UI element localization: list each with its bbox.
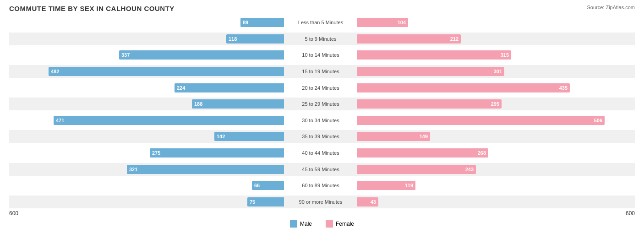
female-legend-label: Female bbox=[336, 221, 354, 227]
legend: Male Female bbox=[9, 220, 635, 228]
female-value-inside: 315 bbox=[501, 52, 509, 58]
row-label: 5 to 9 Minutes bbox=[284, 36, 357, 42]
male-bar: 471 bbox=[54, 116, 284, 125]
legend-female: Female bbox=[326, 220, 354, 228]
right-bar-container: 104 bbox=[357, 16, 632, 29]
left-bar-container: 471 bbox=[9, 114, 284, 127]
left-bar-container: 224 bbox=[9, 81, 284, 94]
chart-container: COMMUTE TIME BY SEX IN CALHOUN COUNTY So… bbox=[0, 0, 644, 239]
chart-title: COMMUTE TIME BY SEX IN CALHOUN COUNTY bbox=[9, 5, 635, 12]
left-bar-container: 482 bbox=[9, 65, 284, 78]
right-bar-container: 506 bbox=[357, 114, 632, 127]
male-value-inside: 224 bbox=[177, 85, 185, 91]
table-row: 7590 or more Minutes43 bbox=[9, 196, 635, 208]
table-row: 1185 to 9 Minutes212 bbox=[9, 33, 635, 45]
axis-labels: 600 600 bbox=[9, 210, 635, 217]
male-legend-label: Male bbox=[300, 221, 312, 227]
male-bar: 275 bbox=[150, 148, 284, 158]
axis-right: 600 bbox=[626, 210, 635, 217]
right-bar-container: 301 bbox=[357, 65, 632, 78]
male-legend-box bbox=[290, 220, 297, 228]
left-bar-container: 75 bbox=[9, 196, 284, 208]
female-value-inside: 43 bbox=[371, 199, 376, 205]
right-bar-container: 295 bbox=[357, 98, 632, 110]
left-bar-container: 275 bbox=[9, 147, 284, 159]
left-bar-container: 118 bbox=[9, 33, 284, 45]
male-value-inside: 188 bbox=[194, 101, 202, 107]
legend-male: Male bbox=[290, 220, 312, 228]
male-bar: 482 bbox=[49, 67, 284, 76]
male-bar: 118 bbox=[226, 34, 284, 43]
table-row: 6660 to 89 Minutes119 bbox=[9, 179, 635, 192]
right-bar-container: 119 bbox=[357, 179, 632, 192]
male-value-inside: 321 bbox=[129, 167, 137, 172]
male-bar: 66 bbox=[252, 181, 284, 190]
right-bar-container: 149 bbox=[357, 130, 632, 143]
female-bar: 243 bbox=[357, 165, 476, 174]
source-text: Source: ZipAtlas.com bbox=[587, 5, 635, 10]
right-bar-container: 212 bbox=[357, 33, 632, 45]
row-label: 30 to 34 Minutes bbox=[284, 118, 357, 123]
table-row: 18825 to 29 Minutes295 bbox=[9, 98, 635, 110]
row-label: 20 to 24 Minutes bbox=[284, 85, 357, 91]
female-value-inside: 295 bbox=[491, 101, 499, 107]
row-label: 15 to 19 Minutes bbox=[284, 69, 357, 74]
male-bar: 337 bbox=[119, 50, 284, 60]
row-label: Less than 5 Minutes bbox=[284, 20, 357, 25]
right-bar-container: 268 bbox=[357, 147, 632, 159]
female-value-inside: 506 bbox=[594, 118, 602, 123]
left-bar-container: 337 bbox=[9, 49, 284, 61]
female-value-inside: 104 bbox=[398, 20, 406, 25]
row-label: 10 to 14 Minutes bbox=[284, 52, 357, 58]
female-bar: 268 bbox=[357, 148, 488, 158]
table-row: 14235 to 39 Minutes149 bbox=[9, 130, 635, 143]
male-bar: 321 bbox=[127, 165, 284, 174]
female-value-inside: 301 bbox=[494, 69, 502, 74]
female-bar: 212 bbox=[357, 34, 461, 43]
table-row: 48215 to 19 Minutes301 bbox=[9, 65, 635, 78]
male-value-inside: 482 bbox=[51, 69, 59, 74]
female-bar: 301 bbox=[357, 67, 504, 76]
female-legend-box bbox=[326, 220, 333, 228]
female-bar: 43 bbox=[357, 197, 378, 206]
row-label: 40 to 44 Minutes bbox=[284, 150, 357, 156]
table-row: 27540 to 44 Minutes268 bbox=[9, 147, 635, 159]
right-bar-container: 435 bbox=[357, 81, 632, 94]
female-value-inside: 435 bbox=[559, 85, 568, 91]
row-label: 35 to 39 Minutes bbox=[284, 134, 357, 139]
table-row: 47130 to 34 Minutes506 bbox=[9, 114, 635, 127]
male-bar: 224 bbox=[175, 83, 284, 92]
left-bar-container: 188 bbox=[9, 98, 284, 110]
table-row: 33710 to 14 Minutes315 bbox=[9, 49, 635, 61]
female-bar: 149 bbox=[357, 132, 430, 141]
female-bar: 119 bbox=[357, 181, 415, 190]
female-value-inside: 212 bbox=[450, 36, 458, 42]
female-bar: 315 bbox=[357, 50, 511, 60]
female-value-inside: 243 bbox=[465, 167, 474, 172]
right-bar-container: 315 bbox=[357, 49, 632, 61]
female-value-inside: 149 bbox=[420, 134, 428, 139]
female-bar: 435 bbox=[357, 83, 570, 92]
male-value-inside: 89 bbox=[243, 20, 248, 25]
male-bar: 75 bbox=[247, 197, 284, 206]
male-value-inside: 471 bbox=[56, 118, 64, 123]
left-bar-container: 66 bbox=[9, 179, 284, 192]
bars-area: 89Less than 5 Minutes1041185 to 9 Minute… bbox=[9, 16, 635, 208]
female-bar: 295 bbox=[357, 99, 502, 109]
male-value-inside: 118 bbox=[229, 36, 237, 42]
male-value-inside: 275 bbox=[152, 150, 160, 156]
table-row: 32145 to 59 Minutes243 bbox=[9, 163, 635, 176]
left-bar-container: 89 bbox=[9, 16, 284, 29]
male-value-inside: 337 bbox=[121, 52, 130, 58]
male-bar: 188 bbox=[192, 99, 284, 109]
left-bar-container: 142 bbox=[9, 130, 284, 143]
row-label: 45 to 59 Minutes bbox=[284, 167, 357, 172]
table-row: 89Less than 5 Minutes104 bbox=[9, 16, 635, 29]
right-bar-container: 43 bbox=[357, 196, 632, 208]
male-value-inside: 66 bbox=[254, 183, 260, 188]
row-label: 60 to 89 Minutes bbox=[284, 183, 357, 188]
female-bar: 506 bbox=[357, 116, 605, 125]
male-bar: 89 bbox=[240, 18, 284, 27]
male-value-inside: 75 bbox=[250, 199, 255, 205]
table-row: 22420 to 24 Minutes435 bbox=[9, 81, 635, 94]
